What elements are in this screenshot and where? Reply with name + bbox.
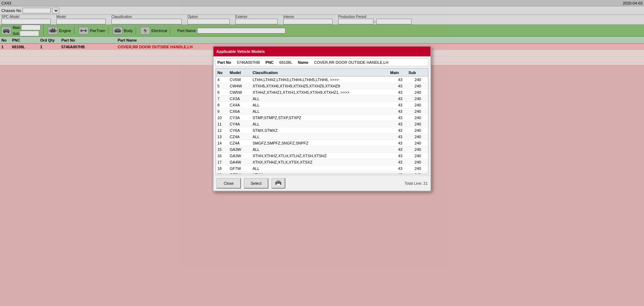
dialog-overlay: Applicable Vehicle Models Part No 5746A0…: [0, 0, 644, 306]
dialog-info-pnc: 68108L: [279, 60, 292, 65]
total-line: Total Line: 21: [405, 181, 428, 185]
dialog-table: No Model Classification Main Sub 4 CV5W …: [216, 68, 428, 174]
select-button[interactable]: Select: [244, 178, 268, 189]
dialog-buttons: Close Select: [216, 178, 285, 189]
print-button[interactable]: [271, 178, 285, 189]
dialog-table-body[interactable]: 4 CV5W LTHH,LTHH2,LTHH3,LTHH4,LTHH5,LTHH…: [216, 76, 428, 174]
dialog-info-row: Part No 5746A007HB PNC 68108L Name COVER…: [216, 59, 428, 66]
dialog-info-pnc-label: PNC: [266, 60, 274, 65]
dialog-title: Applicable Vehicle Models: [213, 47, 431, 56]
dialog-table-row[interactable]: 18 GF7W ALL 43 240: [216, 165, 428, 172]
dialog-info-partno: 5746A007HB: [237, 60, 260, 65]
dialog-footer: Close Select Total Line: 21: [213, 176, 431, 191]
dialog-table-row[interactable]: 9 CX6A ALL 43 240: [216, 108, 428, 115]
dialog-table-row[interactable]: 11 CY4A ALL 43 240: [216, 121, 428, 127]
dialog-col-no: No: [217, 71, 230, 75]
applicable-vehicles-dialog: Applicable Vehicle Models Part No 5746A0…: [213, 46, 431, 191]
dialog-table-row[interactable]: 19 GF7W XTXX 43 240: [216, 172, 428, 174]
dialog-table-row[interactable]: 15 GA3W ALL 43 240: [216, 146, 428, 153]
dialog-table-row[interactable]: 7 CX3A ALL 43 240: [216, 96, 428, 102]
dialog-info-name-label: Name: [298, 60, 309, 65]
svg-rect-17: [277, 184, 280, 185]
dialog-col-class: Classification: [253, 71, 386, 75]
dialog-table-row[interactable]: 16 GA3W XTHH,XTHHZ,XTLH,XTLHZ,XTSH,XTSHZ…: [216, 153, 428, 159]
svg-rect-16: [277, 180, 280, 182]
close-button[interactable]: Close: [216, 178, 241, 189]
dialog-table-row[interactable]: 14 CZ4A SMGFZ,SMPFZ,SNGFZ,SNPFZ 43 240: [216, 140, 428, 146]
dialog-table-row[interactable]: 12 CY6A STMX,STMXZ 43 240: [216, 127, 428, 134]
dialog-col-main: Main: [386, 71, 403, 75]
dialog-info-partno-label: Part No: [217, 60, 231, 65]
dialog-table-row[interactable]: 4 CV5W LTHH,LTHH2,LTHH3,LTHH4,LTHH5,LTHH…: [216, 76, 428, 83]
dialog-col-sub: Sub: [403, 71, 421, 75]
printer-icon: [275, 180, 282, 186]
dialog-table-row[interactable]: 6 CW5W XTHHZ,XTHHZ1,XTXH1,XTXH5,XTXH9,XT…: [216, 89, 428, 96]
dialog-table-row[interactable]: 8 CX4A ALL 43 240: [216, 102, 428, 108]
dialog-info-name: COVER,RR DOOR OUTSIDE HANDLE,LH: [314, 60, 389, 65]
dialog-table-row[interactable]: 5 CW4W XTXH5,XTXH6,XTXH9,XTXHZ5,XTXHZ6,X…: [216, 83, 428, 89]
dialog-table-row[interactable]: 13 CZ4A ALL 43 240: [216, 134, 428, 140]
dialog-table-header: No Model Classification Main Sub: [216, 69, 428, 76]
dialog-table-row[interactable]: 10 CY3A STMP,STMPZ,STXP,STXPZ 43 240: [216, 115, 428, 121]
dialog-col-model: Model: [230, 71, 253, 75]
dialog-table-row[interactable]: 17 GA4W XTHX,XTHHZ,XTLX,XTSX,XTSXZ 43 24…: [216, 159, 428, 165]
